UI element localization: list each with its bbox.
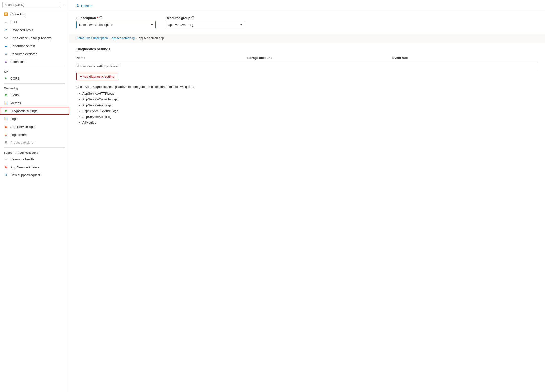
- resource-explorer-icon: ≡: [4, 52, 8, 56]
- sidebar-label-app-service-logs: App Service logs: [10, 125, 35, 129]
- divider-monitoring: [4, 83, 65, 84]
- alerts-icon: ▦: [4, 93, 8, 97]
- sidebar-label-resource-health: Resource health: [10, 157, 34, 161]
- form-row: Subscription * ⓘ Demo Two Subscription ▾…: [76, 16, 538, 28]
- list-item: AppServiceAppLogs: [82, 102, 538, 108]
- subscription-value: Demo Two Subscription: [79, 23, 113, 27]
- sidebar-label-metrics: Metrics: [10, 101, 21, 105]
- sidebar-label-advanced-tools: Advanced Tools: [10, 28, 33, 32]
- divider-api: [4, 67, 65, 67]
- sidebar-content: 🔀 Clone App ▪ SSH ✂ Advanced Tools </> A…: [0, 10, 69, 392]
- col-header-storage: Storage account: [246, 54, 392, 62]
- data-items-list: AppServiceHTTPLogs AppServiceConsoleLogs…: [76, 91, 538, 125]
- sidebar-label-logs: Logs: [10, 117, 17, 121]
- app-service-advisor-icon: 🔖: [4, 165, 8, 169]
- resource-group-info-icon: ⓘ: [191, 16, 194, 20]
- sidebar-label-new-support-request: New support request: [10, 173, 40, 177]
- sidebar-item-log-stream[interactable]: ⊡ Log stream: [0, 131, 69, 139]
- resource-health-icon: ♡: [4, 157, 8, 161]
- sidebar-item-advanced-tools[interactable]: ✂ Advanced Tools: [0, 26, 69, 34]
- required-star: *: [97, 16, 98, 20]
- sidebar-label-process-explorer: Process explorer: [10, 141, 35, 144]
- breadcrumb-sep-2: ›: [136, 36, 137, 40]
- refresh-button[interactable]: ↻ Refresh: [74, 2, 94, 9]
- refresh-label: Refresh: [81, 4, 92, 8]
- sidebar-item-resource-explorer[interactable]: ≡ Resource explorer: [0, 50, 69, 58]
- sidebar-label-diagnostic-settings: Diagnostic settings: [10, 109, 37, 113]
- sidebar-label-extensions: Extensions: [10, 60, 26, 64]
- breadcrumb-resource-group[interactable]: appsvc-azmon-rg: [112, 36, 135, 40]
- resource-group-select[interactable]: appsvc-azmon-rg ▾: [166, 21, 245, 28]
- refresh-icon: ↻: [76, 3, 80, 8]
- diagnostic-settings-icon: ▦: [4, 109, 8, 113]
- process-explorer-icon: ⊟: [4, 140, 8, 144]
- resource-group-dropdown-icon: ▾: [240, 23, 242, 27]
- diagnostics-title: Diagnostics settings: [76, 47, 538, 51]
- sidebar-label-clone-app: Clone App: [10, 12, 25, 16]
- form-area: Subscription * ⓘ Demo Two Subscription ▾…: [69, 12, 545, 34]
- breadcrumb-subscription[interactable]: Demo Two Subscription: [76, 36, 108, 40]
- resource-group-label: Resource group ⓘ: [166, 16, 245, 20]
- instruction-text: Click 'Add Diagnostic setting' above to …: [76, 85, 538, 89]
- new-support-request-icon: ⊙: [4, 173, 8, 177]
- sidebar: « 🔀 Clone App ▪ SSH ✂ Advanced Tools </>…: [0, 0, 69, 392]
- sidebar-item-app-service-logs[interactable]: ▦ App Service logs: [0, 123, 69, 131]
- sidebar-item-metrics[interactable]: 📊 Metrics: [0, 99, 69, 107]
- breadcrumb-app: appsvc-azmon-app: [139, 36, 164, 40]
- resource-group-group: Resource group ⓘ appsvc-azmon-rg ▾: [166, 16, 245, 28]
- app-service-editor-icon: </>: [4, 36, 8, 40]
- clone-app-icon: 🔀: [4, 12, 8, 16]
- sidebar-label-cors: CORS: [10, 77, 20, 80]
- performance-test-icon: ☁: [4, 44, 8, 48]
- section-label-support: Support + troubleshooting: [0, 149, 69, 155]
- sidebar-item-logs[interactable]: 📊 Logs: [0, 115, 69, 123]
- resource-group-value: appsvc-azmon-rg: [168, 23, 193, 27]
- search-input[interactable]: [2, 2, 61, 8]
- sidebar-item-extensions[interactable]: ⊞ Extensions: [0, 58, 69, 66]
- main-content: ↻ Refresh Subscription * ⓘ Demo Two Subs…: [69, 0, 545, 392]
- table-header: Name Storage account Event hub: [76, 54, 538, 62]
- sidebar-item-app-service-advisor[interactable]: 🔖 App Service Advisor: [0, 163, 69, 171]
- diagnostics-table: Name Storage account Event hub No diagno…: [76, 54, 538, 71]
- table-row-empty: No diagnostic settings defined: [76, 62, 538, 71]
- diagnostics-content: Diagnostics settings Name Storage accoun…: [69, 42, 545, 392]
- toolbar: ↻ Refresh: [69, 0, 545, 12]
- log-stream-icon: ⊡: [4, 133, 8, 137]
- sidebar-item-ssh[interactable]: ▪ SSH: [0, 18, 69, 26]
- sidebar-search-area: «: [0, 0, 69, 10]
- sidebar-item-resource-health[interactable]: ♡ Resource health: [0, 155, 69, 163]
- list-item: AppServiceFileAuditLogs: [82, 108, 538, 114]
- sidebar-item-process-explorer: ⊟ Process explorer: [0, 139, 69, 146]
- subscription-info-icon: ⓘ: [99, 16, 102, 20]
- sidebar-label-alerts: Alerts: [10, 93, 19, 97]
- sidebar-item-clone-app[interactable]: 🔀 Clone App: [0, 10, 69, 18]
- subscription-group: Subscription * ⓘ Demo Two Subscription ▾: [76, 16, 156, 28]
- list-item: AppServiceHTTPLogs: [82, 91, 538, 96]
- sidebar-item-app-service-editor[interactable]: </> App Service Editor (Preview): [0, 34, 69, 42]
- sidebar-item-new-support-request[interactable]: ⊙ New support request: [0, 171, 69, 179]
- subscription-label: Subscription * ⓘ: [76, 16, 156, 20]
- empty-message: No diagnostic settings defined: [76, 62, 538, 71]
- sidebar-label-ssh: SSH: [10, 20, 17, 24]
- extensions-icon: ⊞: [4, 60, 8, 64]
- list-item: AppServiceConsoleLogs: [82, 96, 538, 102]
- app-service-logs-icon: ▦: [4, 125, 8, 129]
- breadcrumb: Demo Two Subscription › appsvc-azmon-rg …: [69, 34, 545, 42]
- subscription-select[interactable]: Demo Two Subscription ▾: [76, 21, 156, 28]
- ssh-icon: ▪: [4, 20, 8, 24]
- section-label-api: API: [0, 68, 69, 74]
- section-label-monitoring: Monitoring: [0, 84, 69, 91]
- sidebar-label-performance-test: Performance test: [10, 44, 35, 48]
- add-diagnostic-setting-button[interactable]: + Add diagnostic setting: [76, 73, 118, 80]
- sidebar-label-resource-explorer: Resource explorer: [10, 52, 37, 56]
- table-header-row: Name Storage account Event hub: [76, 54, 538, 62]
- sidebar-label-app-service-advisor: App Service Advisor: [10, 165, 39, 169]
- cors-icon: ⊕: [4, 76, 8, 80]
- sidebar-item-diagnostic-settings[interactable]: ▦ Diagnostic settings: [0, 107, 69, 115]
- col-header-hub: Event hub: [392, 54, 538, 62]
- sidebar-item-alerts[interactable]: ▦ Alerts: [0, 91, 69, 99]
- col-header-name: Name: [76, 54, 246, 62]
- sidebar-item-cors[interactable]: ⊕ CORS: [0, 74, 69, 82]
- sidebar-item-performance-test[interactable]: ☁ Performance test: [0, 42, 69, 50]
- collapse-button[interactable]: «: [62, 2, 67, 8]
